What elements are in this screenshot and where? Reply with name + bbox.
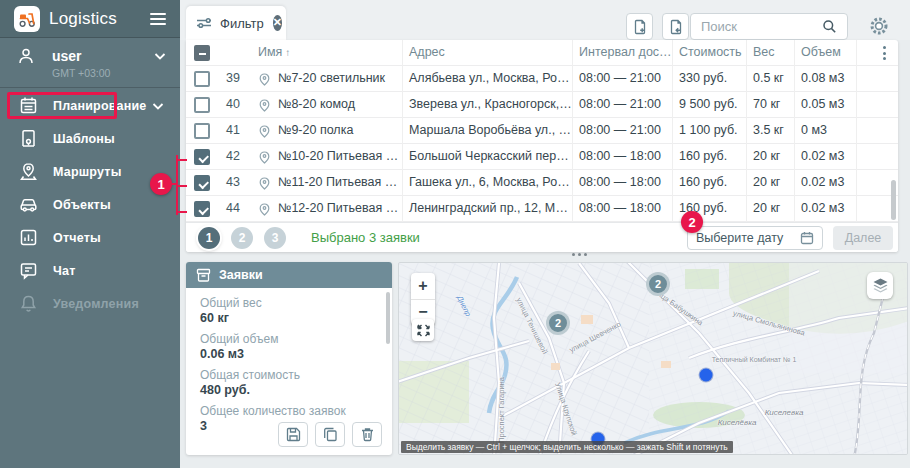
- map[interactable]: улица Тенишевойулица Шевченкоулица Бабуш…: [398, 262, 908, 455]
- row-cost: 160 руб.: [672, 170, 746, 196]
- sidebar-item-label: Объекты: [53, 198, 111, 212]
- chevron-down-icon[interactable]: [154, 52, 166, 60]
- row-name: №9-20 полка: [272, 118, 402, 144]
- search-input[interactable]: [691, 19, 819, 34]
- bell-icon: [18, 294, 38, 314]
- sidebar-item-label: Шаблоны: [53, 132, 115, 146]
- row-number: 39: [220, 66, 250, 92]
- table-scrollbar[interactable]: [891, 180, 896, 220]
- search-icon[interactable]: [819, 17, 839, 37]
- row-interval: 08:00 — 18:00: [572, 144, 672, 170]
- sidebar-item-чат[interactable]: Чат: [0, 254, 180, 287]
- row-address: Ленинградский пр., 12, Москва, Р...: [402, 196, 572, 222]
- copy-button[interactable]: [315, 422, 345, 447]
- sidebar-item-шаблоны[interactable]: Шаблоны: [0, 122, 180, 155]
- table-row[interactable]: 42№10-20 Питьевая водаБольшой Черкасский…: [186, 144, 898, 170]
- table-row[interactable]: 44№12-20 Питьевая водаЛенинградский пр.,…: [186, 196, 898, 222]
- file-export-button[interactable]: [662, 13, 689, 40]
- summary-field: Общий вес60 кг: [200, 296, 378, 325]
- date-placeholder: Выберите дату: [696, 231, 800, 245]
- app-title: Logistics: [49, 9, 117, 29]
- zoom-in-button[interactable]: +: [411, 273, 435, 300]
- filter-label: Фильтр: [220, 16, 264, 31]
- map-street-label: Тепличный Комбинат № 1: [712, 356, 797, 363]
- row-volume: 0.02 м3: [794, 196, 856, 222]
- row-interval: 08:00 — 18:00: [572, 196, 672, 222]
- map-cluster-marker[interactable]: 2: [646, 272, 670, 296]
- row-name: №8-20 комод: [272, 92, 402, 118]
- sidebar-item-label: Маршруты: [53, 165, 122, 179]
- column-header-name[interactable]: Имя↑: [250, 40, 402, 66]
- row-weight: 20 кг: [746, 196, 794, 222]
- panel-scrollbar[interactable]: [386, 292, 390, 344]
- table-row[interactable]: 41№9-20 полкаМаршала Воробьёва ул., Моск…: [186, 118, 898, 144]
- row-address: Алябьева ул., Москва, Россия: [402, 66, 572, 92]
- row-interval: 08:00 — 21:00: [572, 118, 672, 144]
- sidebar-item-уведомления[interactable]: Уведомления: [0, 287, 180, 320]
- user-icon: [16, 46, 36, 66]
- settings-gear-icon[interactable]: [868, 15, 890, 37]
- row-checkbox[interactable]: [194, 71, 210, 87]
- row-checkbox[interactable]: [194, 123, 210, 139]
- map-hint-text: Выделить заявку — Ctrl + щелчок; выделит…: [401, 441, 733, 453]
- calendar-icon[interactable]: [800, 231, 814, 245]
- sidebar-item-label: Отчеты: [53, 231, 101, 245]
- row-checkbox[interactable]: [194, 97, 210, 113]
- sidebar-item-отчеты[interactable]: Отчеты: [0, 221, 180, 254]
- sidebar-item-label: Чат: [53, 264, 75, 278]
- row-address: Маршала Воробьёва ул., Москва,...: [402, 118, 572, 144]
- map-street-label: Киселевка: [765, 408, 804, 417]
- row-weight: 20 кг: [746, 144, 794, 170]
- next-button[interactable]: Далее: [833, 226, 893, 250]
- filter-tab[interactable]: Фильтр ✕: [186, 6, 286, 40]
- row-name: №11-20 Питьевая вода: [272, 170, 402, 196]
- row-address: Зверева ул., Красногорск, Моско...: [402, 92, 572, 118]
- splitter-handle[interactable]: [572, 253, 587, 256]
- step-1[interactable]: 1: [198, 227, 220, 249]
- sidebar-nav: ПланированиеШаблоныМаршрутыОбъектыОтчеты…: [0, 88, 180, 320]
- table-row[interactable]: 39№7-20 светильникАлябьева ул., Москва, …: [186, 66, 898, 92]
- select-all-checkbox[interactable]: [194, 45, 210, 61]
- save-button[interactable]: [278, 422, 308, 447]
- orders-table-card: Имя↑ Адрес Интервал доставки Стоимость В…: [186, 40, 898, 252]
- row-checkbox[interactable]: [194, 175, 210, 191]
- row-interval: 08:00 — 18:00: [572, 170, 672, 196]
- annotation-bracket: [176, 185, 187, 187]
- row-address: Большой Черкасский пер., 9, Мос...: [402, 144, 572, 170]
- table-body: 39№7-20 светильникАлябьева ул., Москва, …: [186, 66, 898, 222]
- delete-button[interactable]: [352, 422, 382, 447]
- date-picker-input[interactable]: Выберите дату: [687, 226, 823, 250]
- row-volume: 0.02 м3: [794, 144, 856, 170]
- step-3[interactable]: 3: [264, 227, 286, 249]
- file-import-button[interactable]: [626, 13, 653, 40]
- summary-panel-header[interactable]: Заявки: [186, 262, 392, 288]
- fullscreen-button[interactable]: [412, 319, 434, 341]
- column-header-interval[interactable]: Интервал доставки: [572, 40, 672, 66]
- row-interval: 08:00 — 21:00: [572, 66, 672, 92]
- column-header-weight[interactable]: Вес: [746, 40, 794, 66]
- table-menu-kebab-icon[interactable]: [883, 46, 886, 60]
- row-name: №7-20 светильник: [272, 66, 402, 92]
- step-2[interactable]: 2: [231, 227, 253, 249]
- map-layers-button[interactable]: [867, 272, 893, 299]
- column-header-cost[interactable]: Стоимость: [672, 40, 746, 66]
- sidebar-item-объекты[interactable]: Объекты: [0, 188, 180, 221]
- sort-asc-icon: ↑: [285, 47, 290, 58]
- row-cost: 1 100 руб.: [672, 118, 746, 144]
- map-order-marker[interactable]: [700, 369, 713, 382]
- summary-field-label: Общее количество заявок: [200, 404, 378, 418]
- table-row[interactable]: 40№8-20 комодЗверева ул., Красногорск, М…: [186, 92, 898, 118]
- summary-field-value: 480 руб.: [200, 383, 378, 397]
- row-checkbox[interactable]: [194, 149, 210, 165]
- sidebar: Logistics user GMT +03:00 ПланированиеШа…: [0, 0, 180, 468]
- user-block[interactable]: user GMT +03:00: [0, 38, 180, 88]
- row-checkbox[interactable]: [194, 201, 210, 217]
- filter-close-icon[interactable]: ✕: [273, 15, 282, 31]
- menu-hamburger-icon[interactable]: [150, 13, 166, 25]
- table-row[interactable]: 43№11-20 Питьевая водаГашека ул., 6, Мос…: [186, 170, 898, 196]
- row-cost: 9 500 руб.: [672, 92, 746, 118]
- map-cluster-marker[interactable]: 2: [546, 311, 570, 335]
- column-header-volume[interactable]: Объем: [794, 40, 856, 66]
- column-header-address[interactable]: Адрес: [402, 40, 572, 66]
- sidebar-header: Logistics: [0, 0, 180, 38]
